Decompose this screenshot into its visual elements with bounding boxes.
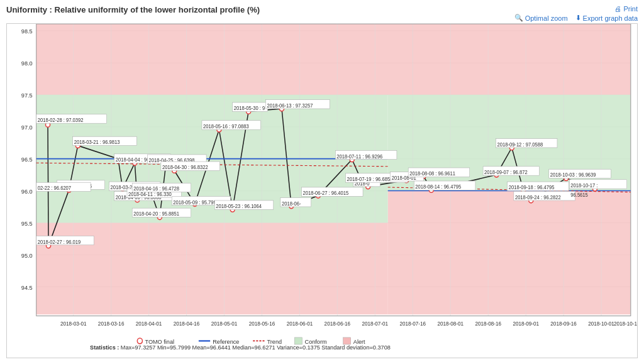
- svg-rect-21: [388, 191, 631, 315]
- chart-header: Uniformity : Relative uniformity of the …: [6, 5, 638, 22]
- svg-text:2018-10-01: 2018-10-01: [588, 321, 614, 327]
- svg-text:2018-10-16: 2018-10-16: [614, 321, 637, 327]
- zoom-button[interactable]: 🔍 Optimal zoom: [514, 14, 568, 22]
- svg-text:2018-04-16: 2018-04-16: [174, 321, 200, 327]
- svg-text:2018-08-08 : 96.9611: 2018-08-08 : 96.9611: [409, 171, 455, 177]
- svg-text:2018-06-27 : 96.4015: 2018-06-27 : 96.4015: [303, 190, 349, 196]
- svg-text:2018-04-30 : 96.8322: 2018-04-30 : 96.8322: [162, 165, 208, 170]
- svg-text:2018-06-: 2018-06-: [282, 200, 301, 206]
- svg-text:95.0: 95.0: [21, 251, 33, 258]
- svg-text:2018-03-16: 2018-03-16: [98, 321, 125, 327]
- svg-text:2018-05-16 : 97.0883: 2018-05-16 : 97.0883: [203, 124, 249, 129]
- svg-text:Statistics :
           Max=97: Statistics : Max=97.3257 Min=95.7999 Mea…: [90, 343, 391, 350]
- svg-text:2018-09-16: 2018-09-16: [550, 321, 577, 327]
- svg-text:2018-09-12 : 97.0588: 2018-09-12 : 97.0588: [497, 141, 543, 147]
- svg-text:94.5: 94.5: [21, 283, 33, 290]
- svg-text:2018-05-23 : 96.1064: 2018-05-23 : 96.1064: [216, 204, 262, 209]
- svg-text:2018-04-16 : 96.4728: 2018-04-16 : 96.4728: [133, 186, 179, 192]
- zoom-icon: 🔍: [514, 14, 523, 22]
- svg-text:95.5: 95.5: [21, 219, 33, 226]
- svg-text:2018-08-14 : 96.4795: 2018-08-14 : 96.4795: [415, 184, 461, 190]
- header-actions: 🖨 Print 🔍 Optimal zoom ⬇ Export graph da…: [514, 5, 638, 22]
- svg-text:2018-09-18 : 96.4795: 2018-09-18 : 96.4795: [509, 185, 555, 190]
- svg-text:2018-07-16: 2018-07-16: [400, 321, 426, 327]
- svg-text:2018-09-01: 2018-09-01: [513, 321, 539, 327]
- svg-text:02-22 : 96.6207: 02-22 : 96.6207: [38, 185, 72, 191]
- svg-text:2018-07-01: 2018-07-01: [362, 321, 389, 327]
- svg-text:2018-08-01: 2018-08-01: [437, 321, 464, 327]
- svg-text:2018-06-01: 2018-06-01: [287, 321, 313, 327]
- svg-text:2018-03-01: 2018-03-01: [60, 321, 87, 327]
- svg-text:96.5615: 96.5615: [570, 192, 588, 198]
- svg-text:2018-04-11 : 96.330: 2018-04-11 : 96.330: [128, 192, 172, 197]
- svg-text:2018-09-24 : 96.2822: 2018-09-24 : 96.2822: [515, 194, 561, 200]
- chart-area: 98.5 98.0 97.5 97.0 96.5 96.0 95.5 95.0 …: [6, 23, 638, 358]
- svg-text:96.0: 96.0: [21, 188, 33, 195]
- chart-svg: 98.5 98.0 97.5 97.0 96.5 96.0 95.5 95.0 …: [7, 24, 637, 358]
- download-icon: ⬇: [575, 14, 581, 22]
- print-button[interactable]: 🖨 Print: [614, 5, 638, 13]
- svg-text:98.5: 98.5: [21, 28, 33, 35]
- chart-title: Uniformity : Relative uniformity of the …: [6, 5, 260, 14]
- svg-text:98.0: 98.0: [21, 60, 33, 67]
- svg-text:2018-06-13 : 97.3257: 2018-06-13 : 97.3257: [267, 102, 313, 108]
- svg-text:2018-09-07 : 96.872: 2018-09-07 : 96.872: [484, 170, 528, 175]
- svg-text:97.0: 97.0: [21, 124, 33, 131]
- svg-text:2018-05-09 : 95.7999: 2018-05-09 : 95.7999: [173, 199, 219, 205]
- svg-text:2018-03-21 : 96.9813: 2018-03-21 : 96.9813: [74, 140, 120, 145]
- svg-text:2018-06-16: 2018-06-16: [325, 321, 351, 327]
- svg-text:2018-10-17 :: 2018-10-17 :: [570, 183, 597, 189]
- svg-text:2018-07-11 : 96.9296: 2018-07-11 : 96.9296: [336, 153, 382, 159]
- svg-text:2018-07-19 : 96.6856: 2018-07-19 : 96.6856: [347, 177, 393, 182]
- svg-rect-19: [36, 24, 631, 95]
- svg-text:2018-04-01: 2018-04-01: [136, 321, 162, 327]
- svg-text:2018-04-20 : 95.8851: 2018-04-20 : 95.8851: [133, 211, 179, 217]
- svg-text:2018-02-28 : 97.0392: 2018-02-28 : 97.0392: [38, 118, 84, 123]
- printer-icon: 🖨: [614, 5, 621, 13]
- svg-text:2018-05-30 : 9: 2018-05-30 : 9: [234, 106, 265, 111]
- svg-text:2018-02-27 : 96.019: 2018-02-27 : 96.019: [38, 239, 81, 244]
- svg-text:2018-05-16: 2018-05-16: [249, 321, 275, 327]
- main-container: Uniformity : Relative uniformity of the …: [0, 0, 644, 362]
- svg-text:97.5: 97.5: [21, 92, 33, 99]
- svg-text:2018-08-16: 2018-08-16: [475, 321, 501, 327]
- svg-text:96.5: 96.5: [21, 156, 33, 163]
- svg-text:2018-10-03 : 96.9639: 2018-10-03 : 96.9639: [550, 172, 596, 178]
- svg-text:2018-05-01: 2018-05-01: [211, 321, 238, 327]
- export-button[interactable]: ⬇ Export graph data: [575, 14, 638, 22]
